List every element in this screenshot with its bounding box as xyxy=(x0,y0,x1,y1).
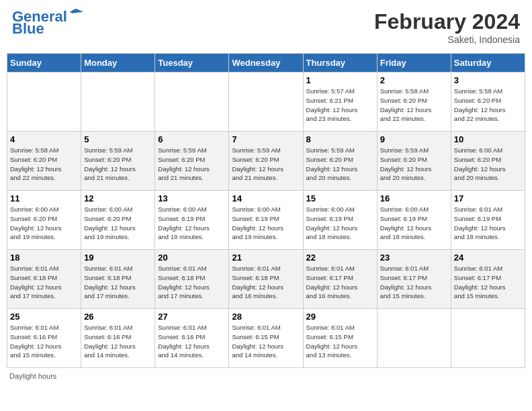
logo-blue-text: Blue xyxy=(12,21,44,36)
day-of-week-header: Wednesday xyxy=(229,54,303,73)
day-number: 22 xyxy=(306,253,374,263)
day-info: Sunrise: 6:01 AMSunset: 6:18 PMDaylight:… xyxy=(158,264,226,301)
day-info: Sunrise: 6:01 AMSunset: 6:16 PMDaylight:… xyxy=(10,323,78,360)
day-number: 7 xyxy=(232,134,300,144)
calendar-cell: 20Sunrise: 6:01 AMSunset: 6:18 PMDayligh… xyxy=(155,250,229,309)
day-info: Sunrise: 5:59 AMSunset: 6:20 PMDaylight:… xyxy=(158,146,226,183)
day-info: Sunrise: 6:01 AMSunset: 6:17 PMDaylight:… xyxy=(306,264,374,301)
calendar-cell: 6Sunrise: 5:59 AMSunset: 6:20 PMDaylight… xyxy=(155,132,229,191)
calendar-cell: 17Sunrise: 6:01 AMSunset: 6:19 PMDayligh… xyxy=(451,191,525,250)
day-number: 1 xyxy=(306,75,374,85)
calendar-cell: 23Sunrise: 6:01 AMSunset: 6:17 PMDayligh… xyxy=(377,250,451,309)
calendar-cell xyxy=(81,73,155,132)
calendar-cell: 10Sunrise: 6:00 AMSunset: 6:20 PMDayligh… xyxy=(451,132,525,191)
day-info: Sunrise: 5:59 AMSunset: 6:20 PMDaylight:… xyxy=(306,146,374,183)
calendar-cell: 26Sunrise: 6:01 AMSunset: 6:16 PMDayligh… xyxy=(81,309,155,368)
day-info: Sunrise: 5:59 AMSunset: 6:20 PMDaylight:… xyxy=(84,146,152,183)
calendar-cell: 18Sunrise: 6:01 AMSunset: 6:18 PMDayligh… xyxy=(7,250,81,309)
day-number: 26 xyxy=(84,312,152,322)
calendar-cell: 25Sunrise: 6:01 AMSunset: 6:16 PMDayligh… xyxy=(7,309,81,368)
location-subtitle: Saketi, Indonesia xyxy=(374,34,520,45)
calendar-cell: 22Sunrise: 6:01 AMSunset: 6:17 PMDayligh… xyxy=(303,250,377,309)
day-info: Sunrise: 6:01 AMSunset: 6:15 PMDaylight:… xyxy=(306,323,374,360)
day-number: 18 xyxy=(10,253,78,263)
calendar-week-row: 4Sunrise: 5:58 AMSunset: 6:20 PMDaylight… xyxy=(7,132,525,191)
day-of-week-header: Monday xyxy=(81,54,155,73)
footer-label: Daylight hours xyxy=(7,372,525,380)
calendar-cell xyxy=(377,309,451,368)
day-number: 17 xyxy=(454,193,522,203)
day-info: Sunrise: 6:00 AMSunset: 6:19 PMDaylight:… xyxy=(306,205,374,242)
day-of-week-header: Thursday xyxy=(303,54,377,73)
day-info: Sunrise: 6:01 AMSunset: 6:19 PMDaylight:… xyxy=(454,205,522,242)
day-info: Sunrise: 6:01 AMSunset: 6:18 PMDaylight:… xyxy=(10,264,78,301)
day-number: 5 xyxy=(84,134,152,144)
calendar-header: SundayMondayTuesdayWednesdayThursdayFrid… xyxy=(7,54,525,73)
day-info: Sunrise: 5:59 AMSunset: 6:20 PMDaylight:… xyxy=(232,146,300,183)
calendar-week-row: 1Sunrise: 5:57 AMSunset: 6:21 PMDaylight… xyxy=(7,73,525,132)
day-number: 19 xyxy=(84,253,152,263)
calendar-cell: 27Sunrise: 6:01 AMSunset: 6:16 PMDayligh… xyxy=(155,309,229,368)
calendar-cell: 1Sunrise: 5:57 AMSunset: 6:21 PMDaylight… xyxy=(303,73,377,132)
day-number: 29 xyxy=(306,312,374,322)
calendar-cell: 21Sunrise: 6:01 AMSunset: 6:18 PMDayligh… xyxy=(229,250,303,309)
day-number: 28 xyxy=(232,312,300,322)
calendar-cell: 29Sunrise: 6:01 AMSunset: 6:15 PMDayligh… xyxy=(303,309,377,368)
calendar-cell: 14Sunrise: 6:00 AMSunset: 6:19 PMDayligh… xyxy=(229,191,303,250)
calendar-cell: 12Sunrise: 6:00 AMSunset: 6:20 PMDayligh… xyxy=(81,191,155,250)
day-of-week-header: Sunday xyxy=(7,54,81,73)
day-info: Sunrise: 6:01 AMSunset: 6:18 PMDaylight:… xyxy=(84,264,152,301)
calendar-cell: 15Sunrise: 6:00 AMSunset: 6:19 PMDayligh… xyxy=(303,191,377,250)
day-info: Sunrise: 5:58 AMSunset: 6:20 PMDaylight:… xyxy=(380,87,448,124)
calendar-cell: 3Sunrise: 5:58 AMSunset: 6:20 PMDaylight… xyxy=(451,73,525,132)
day-of-week-header: Friday xyxy=(377,54,451,73)
calendar-table: SundayMondayTuesdayWednesdayThursdayFrid… xyxy=(7,53,525,368)
day-info: Sunrise: 5:57 AMSunset: 6:21 PMDaylight:… xyxy=(306,87,374,124)
day-info: Sunrise: 6:00 AMSunset: 6:19 PMDaylight:… xyxy=(158,205,226,242)
day-of-week-header: Tuesday xyxy=(155,54,229,73)
day-info: Sunrise: 6:01 AMSunset: 6:15 PMDaylight:… xyxy=(232,323,300,360)
day-info: Sunrise: 6:01 AMSunset: 6:17 PMDaylight:… xyxy=(380,264,448,301)
calendar-cell xyxy=(229,73,303,132)
calendar-cell: 5Sunrise: 5:59 AMSunset: 6:20 PMDaylight… xyxy=(81,132,155,191)
day-info: Sunrise: 5:59 AMSunset: 6:20 PMDaylight:… xyxy=(380,146,448,183)
day-number: 12 xyxy=(84,193,152,203)
day-number: 24 xyxy=(454,253,522,263)
calendar-cell xyxy=(451,309,525,368)
day-number: 2 xyxy=(380,75,448,85)
day-number: 13 xyxy=(158,193,226,203)
day-number: 3 xyxy=(454,75,522,85)
calendar-cell: 2Sunrise: 5:58 AMSunset: 6:20 PMDaylight… xyxy=(377,73,451,132)
calendar-cell: 13Sunrise: 6:00 AMSunset: 6:19 PMDayligh… xyxy=(155,191,229,250)
calendar-cell: 24Sunrise: 6:01 AMSunset: 6:17 PMDayligh… xyxy=(451,250,525,309)
calendar-cell: 8Sunrise: 5:59 AMSunset: 6:20 PMDaylight… xyxy=(303,132,377,191)
calendar-cell: 16Sunrise: 6:00 AMSunset: 6:19 PMDayligh… xyxy=(377,191,451,250)
logo: General Blue xyxy=(12,9,83,36)
calendar-week-row: 11Sunrise: 6:00 AMSunset: 6:20 PMDayligh… xyxy=(7,191,525,250)
day-info: Sunrise: 6:00 AMSunset: 6:20 PMDaylight:… xyxy=(10,205,78,242)
day-info: Sunrise: 5:58 AMSunset: 6:20 PMDaylight:… xyxy=(10,146,78,183)
day-number: 14 xyxy=(232,193,300,203)
day-number: 6 xyxy=(158,134,226,144)
day-number: 8 xyxy=(306,134,374,144)
day-info: Sunrise: 6:00 AMSunset: 6:20 PMDaylight:… xyxy=(84,205,152,242)
day-number: 4 xyxy=(10,134,78,144)
day-of-week-header: Saturday xyxy=(451,54,525,73)
calendar-week-row: 18Sunrise: 6:01 AMSunset: 6:18 PMDayligh… xyxy=(7,250,525,309)
day-info: Sunrise: 6:00 AMSunset: 6:19 PMDaylight:… xyxy=(380,205,448,242)
day-number: 21 xyxy=(232,253,300,263)
day-info: Sunrise: 6:01 AMSunset: 6:17 PMDaylight:… xyxy=(454,264,522,301)
day-info: Sunrise: 6:01 AMSunset: 6:18 PMDaylight:… xyxy=(232,264,300,301)
logo-bird-icon xyxy=(69,8,83,20)
page-header: General Blue February 2024 Saketi, Indon… xyxy=(7,7,525,48)
title-block: February 2024 Saketi, Indonesia xyxy=(374,9,520,45)
calendar-cell xyxy=(7,73,81,132)
day-number: 23 xyxy=(380,253,448,263)
day-number: 9 xyxy=(380,134,448,144)
day-number: 25 xyxy=(10,312,78,322)
calendar-week-row: 25Sunrise: 6:01 AMSunset: 6:16 PMDayligh… xyxy=(7,309,525,368)
calendar-cell: 11Sunrise: 6:00 AMSunset: 6:20 PMDayligh… xyxy=(7,191,81,250)
day-info: Sunrise: 6:00 AMSunset: 6:20 PMDaylight:… xyxy=(454,146,522,183)
day-number: 20 xyxy=(158,253,226,263)
month-title: February 2024 xyxy=(374,9,520,34)
